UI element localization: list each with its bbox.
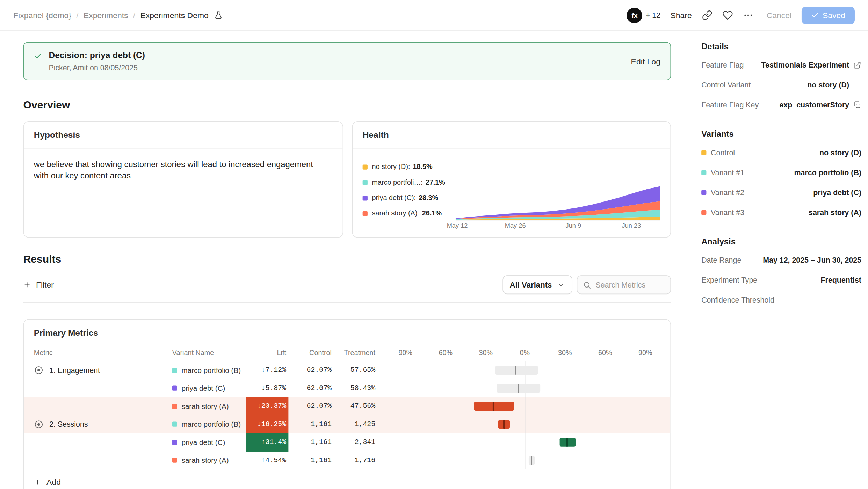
health-x-axis: May 12May 26Jun 9Jun 23 bbox=[456, 222, 660, 232]
add-filter-button[interactable]: Filter bbox=[23, 281, 54, 289]
confidence-interval-plot bbox=[378, 361, 670, 379]
experiment-type-value: Frequentist bbox=[821, 276, 861, 284]
overview-heading: Overview bbox=[23, 99, 671, 112]
variant-name: priya debt (C) bbox=[182, 384, 225, 392]
section-heading-variants: Variants bbox=[701, 129, 861, 139]
variant-row-2: Variant #2 priya debt (C) bbox=[701, 182, 861, 202]
variants-section: Variants Control no story (D) Variant #1… bbox=[701, 129, 861, 222]
point-estimate-tick bbox=[518, 384, 519, 392]
decision-banner: Decision: priya debt (C) Picker, Amit on… bbox=[23, 42, 671, 80]
plus-icon bbox=[34, 478, 42, 486]
table-row: priya debt (C)↑31.4%1,1612,341 bbox=[24, 433, 670, 451]
variants-dropdown-value: All Variants bbox=[510, 281, 552, 289]
variant-value: no story (D) bbox=[819, 148, 861, 157]
variant-row-1: Variant #1 marco portfolio (B) bbox=[701, 162, 861, 182]
decision-subtitle: Picker, Amit on 08/05/2025 bbox=[49, 64, 145, 72]
plus-icon bbox=[23, 281, 31, 289]
treatment-value: 57.65% bbox=[334, 367, 378, 374]
health-title: Health bbox=[353, 122, 670, 149]
search-input[interactable] bbox=[596, 281, 665, 289]
variant-row-3: Variant #3 sarah story (A) bbox=[701, 202, 861, 222]
favorite-heart-icon[interactable] bbox=[722, 10, 733, 21]
breadcrumb-item-experiments[interactable]: Experiments bbox=[84, 11, 128, 20]
topbar: Fixpanel {demo} / Experiments / Experime… bbox=[0, 0, 868, 31]
share-button[interactable]: Share bbox=[670, 11, 692, 20]
analysis-row-date-range: Date Range May 12, 2025 – Jun 30, 2025 bbox=[701, 250, 861, 270]
axis-tick-label: 90% bbox=[638, 349, 652, 356]
variant-row-control: Control no story (D) bbox=[701, 142, 861, 162]
details-sidebar: Details Feature Flag Testimonials Experi… bbox=[694, 31, 868, 489]
lift-value: ↓7.12% bbox=[246, 361, 288, 379]
variant-swatch bbox=[701, 150, 706, 155]
lift-value: ↓16.25% bbox=[246, 415, 288, 433]
add-metric-button[interactable]: Add bbox=[24, 469, 71, 489]
variant-swatch bbox=[701, 190, 706, 195]
confidence-interval-plot bbox=[378, 379, 670, 397]
variant-swatch bbox=[172, 422, 177, 427]
saved-button-label: Saved bbox=[823, 11, 845, 20]
column-header-control: Control bbox=[288, 349, 334, 356]
saved-button[interactable]: Saved bbox=[802, 6, 855, 24]
confidence-interval-plot bbox=[378, 397, 670, 415]
main-content: Decision: priya debt (C) Picker, Amit on… bbox=[0, 31, 694, 489]
filter-label: Filter bbox=[36, 281, 54, 289]
copy-icon[interactable] bbox=[853, 101, 861, 109]
feature-flag-key-value: exp_customerStory bbox=[779, 101, 849, 109]
lift-axis: -90%-60%-30%0%30%60%90% bbox=[378, 345, 670, 361]
topbar-actions: fx + 12 Share Cancel Saved bbox=[627, 6, 855, 24]
legend-item: marco portfoli…: 27.1% bbox=[363, 178, 456, 186]
collaborators-count[interactable]: + 12 bbox=[646, 11, 660, 20]
edit-log-button[interactable]: Edit Log bbox=[631, 57, 660, 65]
metric-name: 1. Engagement bbox=[49, 366, 100, 375]
avatar[interactable]: fx bbox=[627, 7, 642, 23]
variant-swatch bbox=[172, 386, 177, 391]
breadcrumb-item-current[interactable]: Experiments Demo bbox=[140, 11, 209, 20]
breadcrumb-item-workspace[interactable]: Fixpanel {demo} bbox=[13, 11, 71, 20]
detail-row-feature-flag: Feature Flag Testimonials Experiment bbox=[701, 55, 861, 75]
details-section: Details Feature Flag Testimonials Experi… bbox=[701, 42, 861, 115]
variants-dropdown[interactable]: All Variants bbox=[502, 275, 572, 294]
variant-value: sarah story (A) bbox=[809, 208, 861, 217]
external-link-icon[interactable] bbox=[853, 61, 861, 69]
lift-value: ↓23.37% bbox=[246, 397, 288, 415]
axis-tick-label: -90% bbox=[396, 349, 412, 356]
axis-tick-label: 30% bbox=[558, 349, 572, 356]
check-icon bbox=[34, 52, 42, 61]
analysis-row-confidence-threshold: Confidence Threshold bbox=[701, 290, 861, 310]
more-options-icon[interactable] bbox=[743, 10, 753, 21]
analysis-row-experiment-type: Experiment Type Frequentist bbox=[701, 270, 861, 290]
treatment-value: 58.43% bbox=[334, 384, 378, 392]
divider bbox=[23, 302, 671, 303]
legend-swatch bbox=[363, 180, 368, 185]
copy-link-icon[interactable] bbox=[702, 10, 712, 21]
hypothesis-card: Hypothesis we believe that showing custo… bbox=[23, 121, 343, 238]
x-axis-label: Jun 23 bbox=[622, 222, 641, 229]
point-estimate-tick bbox=[566, 438, 568, 447]
check-icon bbox=[811, 11, 819, 19]
x-axis-label: May 12 bbox=[447, 222, 468, 229]
flask-icon bbox=[214, 10, 223, 20]
control-value: 62.07% bbox=[288, 403, 334, 410]
column-header-variant: Variant Name bbox=[172, 349, 246, 356]
control-variant-value: no story (D) bbox=[807, 80, 849, 89]
goal-target-icon bbox=[34, 365, 44, 375]
feature-flag-link[interactable]: Testimonials Experiment bbox=[761, 61, 849, 69]
variant-name: sarah story (A) bbox=[182, 402, 229, 411]
legend-swatch bbox=[363, 195, 368, 200]
treatment-value: 1,716 bbox=[334, 456, 378, 464]
breadcrumb-separator: / bbox=[76, 11, 78, 20]
legend-item: no story (D): 18.5% bbox=[363, 163, 456, 171]
metric-name: 2. Sessions bbox=[49, 420, 88, 428]
lift-value: ↑4.54% bbox=[246, 451, 288, 469]
variant-swatch bbox=[172, 368, 177, 373]
goal-target-icon bbox=[34, 419, 44, 430]
legend-item: sarah story (A): 26.1% bbox=[363, 210, 456, 217]
point-estimate-tick bbox=[504, 420, 505, 428]
column-header-treatment: Treatment bbox=[334, 349, 378, 356]
variant-swatch bbox=[701, 210, 706, 215]
detail-row-feature-flag-key: Feature Flag Key exp_customerStory bbox=[701, 95, 861, 115]
cancel-button[interactable]: Cancel bbox=[767, 11, 792, 20]
chevron-down-icon bbox=[557, 281, 565, 289]
point-estimate-tick bbox=[493, 402, 494, 411]
breadcrumb-separator: / bbox=[133, 11, 135, 20]
